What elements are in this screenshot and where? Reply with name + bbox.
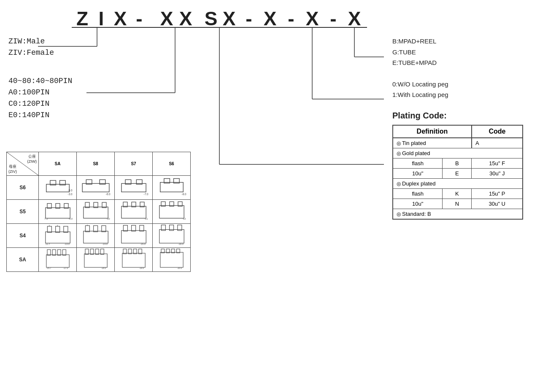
svg-text:7.2: 7.2 — [44, 217, 48, 220]
plating-duplex-30u-row: 30u" U — [472, 199, 523, 209]
col-s6: S6 — [153, 152, 191, 176]
svg-rect-74 — [93, 226, 97, 232]
cell-sa-s7: -19.0 — [115, 248, 153, 272]
svg-rect-89 — [47, 250, 51, 255]
svg-text:-15.7: -15.7 — [46, 267, 51, 269]
svg-rect-72 — [83, 231, 108, 243]
ziv-label: ZIV:Female — [8, 47, 72, 59]
plating-standard-label: ◎Standard: B — [393, 209, 523, 219]
svg-rect-88 — [46, 255, 69, 267]
svg-rect-64 — [45, 232, 70, 243]
svg-text:-20.0: -20.0 — [177, 267, 182, 269]
svg-text:-17.0: -17.0 — [63, 267, 68, 269]
svg-rect-92 — [62, 250, 66, 255]
table-row-s6: S6 -3.0 -5.0 — [7, 176, 191, 200]
svg-rect-43 — [45, 208, 70, 218]
plating-gold-flash: flash — [393, 158, 443, 168]
cell-s5-s8: -10 — [77, 200, 115, 224]
cell-s6-s6: -8.0 — [153, 176, 191, 200]
svg-text:-15.0: -15.0 — [140, 243, 145, 245]
plating-duplex-15u-row: 15u" P — [472, 188, 523, 199]
svg-rect-83 — [159, 230, 184, 243]
plating-gold-flash-code: B — [443, 158, 472, 168]
svg-rect-91 — [57, 250, 61, 255]
svg-text:-12: -12 — [182, 217, 186, 220]
plating-gold-15u-row: 15u" F — [472, 158, 523, 168]
cell-s4-s8: -14.0 — [77, 224, 115, 248]
table-male-header: 公座(ZIW) — [27, 154, 37, 164]
svg-text:X: X — [348, 8, 361, 30]
left-annotations: ZIW:Male ZIV:Female 40~80:40~80PIN A0:10… — [8, 36, 72, 128]
cell-s5-s7: -11 — [115, 200, 153, 224]
svg-text:-3.0: -3.0 — [68, 193, 72, 196]
packaging-g: G:TUBE — [392, 47, 532, 58]
plating-duplex-flash-code: K — [443, 188, 472, 199]
plating-tin-code: A — [472, 138, 523, 148]
pin-count-group: 40~80:40~80PIN A0:100PIN C0:120PIN E0:14… — [8, 75, 72, 121]
plating-duplex-row: ◎Duplex plated — [393, 178, 523, 188]
col-s7: S7 — [115, 152, 153, 176]
svg-text:X: X — [179, 8, 192, 30]
plating-gold-10u-code: E — [443, 168, 472, 178]
table-row-s5: S5 7.2 -9.0 — [7, 200, 191, 224]
svg-rect-49 — [83, 207, 108, 218]
svg-rect-65 — [47, 226, 51, 233]
cell-s5-sa: 7.2 -9.0 — [39, 200, 77, 224]
svg-text:-13.0: -13.0 — [64, 243, 69, 245]
svg-text:-: - — [136, 8, 142, 30]
locating-0: 0:W/O Locating peg — [392, 79, 532, 90]
svg-text:-18.0: -18.0 — [101, 267, 106, 269]
pin-e0: E0:140PIN — [8, 110, 72, 121]
plating-standard-row: ◎Standard: B — [393, 209, 523, 219]
cell-s4-s7: -15.0 — [115, 224, 153, 248]
svg-rect-59 — [159, 206, 184, 218]
locating-1: 1:With Locating peg — [392, 89, 532, 100]
svg-text:-7.0: -7.0 — [143, 193, 148, 196]
svg-text:-11: -11 — [144, 217, 148, 220]
pin-a0: A0:100PIN — [8, 87, 72, 98]
plating-duplex-10u: 10u" — [393, 199, 443, 209]
svg-text:-19.0: -19.0 — [139, 267, 144, 269]
svg-text:X: X — [306, 8, 319, 30]
cell-sa-s8: -18.0 — [77, 248, 115, 272]
col-sa: SA — [39, 152, 77, 176]
plating-col-definition: Definition — [393, 125, 472, 138]
ziw-label: ZIW:Male — [8, 36, 72, 47]
svg-rect-54 — [121, 206, 146, 218]
row-label-s6: S6 — [7, 176, 39, 200]
svg-text:X: X — [223, 8, 236, 30]
svg-rect-35 — [121, 183, 146, 192]
row-label-sa: SA — [7, 248, 39, 272]
plating-tin-row: ◎Tin plated A — [393, 138, 523, 148]
svg-text:X: X — [264, 8, 277, 30]
svg-text:-5.0: -5.0 — [68, 189, 72, 192]
cell-s5-s6: -12 — [153, 200, 191, 224]
plating-gold-10u-row: 10u" E 30u" J — [393, 168, 523, 178]
svg-rect-26 — [46, 184, 69, 192]
svg-text:-: - — [330, 8, 336, 30]
svg-rect-66 — [55, 226, 59, 233]
plating-duplex-10u-code: N — [443, 199, 472, 209]
plating-gold-row: ◎Gold plated — [393, 148, 523, 158]
plating-duplex-flash: flash — [393, 188, 443, 199]
table-row-s4: S4 11.7 -13.0 — [7, 224, 191, 248]
svg-text:S: S — [205, 8, 218, 30]
svg-text:X: X — [114, 8, 127, 30]
svg-text:-10: -10 — [106, 217, 110, 220]
svg-rect-73 — [85, 226, 89, 232]
plating-duplex-flash-row: flash K 15u" P — [393, 188, 523, 199]
svg-text:-: - — [288, 8, 294, 30]
plating-duplex-label: ◎Duplex plated — [393, 178, 523, 188]
cell-s4-sa: 11.7 -13.0 — [39, 224, 77, 248]
svg-text:-8.0: -8.0 — [181, 193, 186, 196]
plating-duplex-10u-row: 10u" N 30u" U — [393, 199, 523, 209]
cell-s6-sa: -3.0 -5.0 — [39, 176, 77, 200]
plating-gold-30u-row: 30u" J — [472, 168, 523, 178]
svg-rect-107 — [160, 252, 183, 268]
packaging-e: E:TUBE+MPAD — [392, 57, 532, 68]
col-s8: S8 — [77, 152, 115, 176]
svg-rect-67 — [63, 226, 68, 233]
svg-text:-16.0: -16.0 — [178, 243, 183, 245]
packaging-options: B:MPAD+REEL G:TUBE E:TUBE+MPAD — [392, 36, 532, 68]
svg-text:-6.0: -6.0 — [105, 193, 110, 196]
